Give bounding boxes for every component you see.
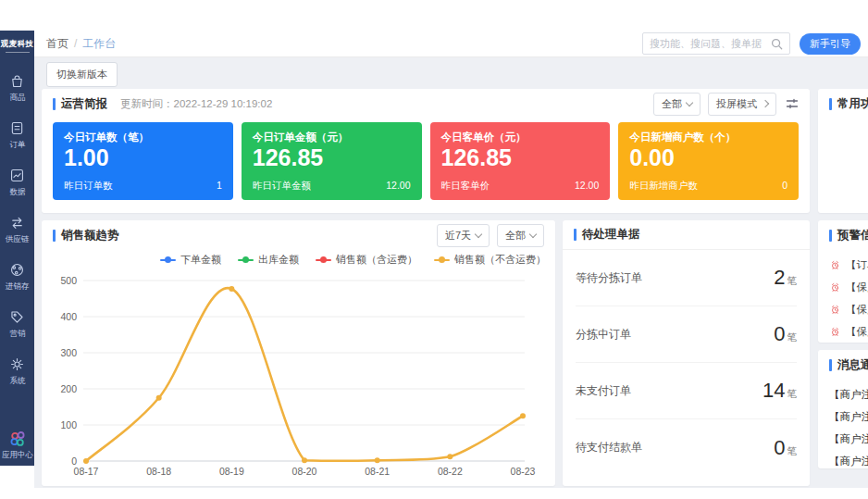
legend-item-sales-excl-shipping[interactable]: 销售额（不含运费） xyxy=(434,253,546,267)
warning-item[interactable]: 【保质期 xyxy=(829,303,868,317)
pending-count: 0笔 xyxy=(774,322,797,346)
share-nodes-icon xyxy=(8,261,26,279)
legend-item-outbound-amount[interactable]: 出库金额 xyxy=(238,253,299,267)
legend-item-sales-incl-shipping[interactable]: 销售额（含运费） xyxy=(316,253,417,267)
pending-label: 待支付结款单 xyxy=(576,440,642,455)
brand-logo[interactable]: 观麦科技 xyxy=(0,31,34,60)
sales-trend-chart: 010020030040050008-1708-1808-1908-2008-2… xyxy=(42,268,555,483)
stat-subrow: 昨日客单价12.00 xyxy=(441,180,600,193)
notification-item[interactable]: 【商户注册】 xyxy=(829,388,868,402)
search-icon[interactable] xyxy=(771,38,783,50)
stat-card-today-order-amount[interactable]: 今日订单金额（元） 126.85 昨日订单金额12.00 xyxy=(242,122,422,200)
breadcrumb: 首页 / 工作台 xyxy=(46,36,116,52)
legend-item-order-amount[interactable]: 下单金额 xyxy=(160,253,221,267)
common-functions-panel: 常用功能 xyxy=(818,89,868,213)
settings-sliders-icon[interactable] xyxy=(786,97,799,110)
title-accent-bar xyxy=(829,359,832,371)
brand-logo-underline xyxy=(6,52,30,53)
pending-row-unpaid-settlements[interactable]: 待支付结款单 0笔 xyxy=(576,419,797,476)
cast-mode-button[interactable]: 投屏模式 xyxy=(708,93,776,116)
svg-text:08-22: 08-22 xyxy=(438,466,463,477)
warning-item[interactable]: 【保质期 xyxy=(829,325,868,339)
sidebar-item-app-center[interactable]: 应用中心 xyxy=(0,430,34,461)
title-accent-bar xyxy=(829,230,832,242)
svg-text:08-21: 08-21 xyxy=(365,466,390,477)
stat-value: 1.00 xyxy=(64,144,222,171)
title-accent-bar xyxy=(53,98,56,110)
warnings-panel: 预警信息 【订单】 【保质期 【保质期 【保质期 xyxy=(818,220,868,343)
chart-range-dropdown[interactable]: 近7天 xyxy=(437,224,490,247)
order-document-icon xyxy=(8,119,26,137)
chevron-down-icon xyxy=(475,231,482,238)
chart-filter-dropdown[interactable]: 全部 xyxy=(497,224,544,247)
svg-text:08-18: 08-18 xyxy=(146,466,171,477)
svg-text:500: 500 xyxy=(60,275,77,286)
svg-text:08-19: 08-19 xyxy=(219,466,244,477)
pending-title: 待处理单据 xyxy=(582,227,640,243)
sidebar-item-system[interactable]: 系统 xyxy=(8,356,26,387)
pending-label: 分拣中订单 xyxy=(576,327,631,343)
stat-label: 今日新增商户数（个） xyxy=(629,131,787,144)
sidebar: 观麦科技 商品 订单 数据 供应链 xyxy=(0,31,34,466)
notifications-panel: 消息通知 【商户注册】 【商户注册】 【商户注册】 【商户注册】 xyxy=(818,350,868,468)
exchange-arrows-icon xyxy=(8,214,26,231)
stat-card-today-orders[interactable]: 今日订单数（笔） 1.00 昨日订单数1 xyxy=(53,122,233,200)
switch-version-button[interactable]: 切换新版本 xyxy=(46,62,118,87)
stat-label: 今日订单数（笔） xyxy=(64,131,222,144)
breadcrumb-home[interactable]: 首页 xyxy=(46,36,68,52)
title-accent-bar xyxy=(574,229,577,241)
stat-label: 今日客单价（元） xyxy=(441,131,600,144)
briefing-header: 运营简报 更新时间：2022-12-29 10:19:02 全部 投屏模式 xyxy=(42,89,810,119)
sidebar-item-label: 商品 xyxy=(9,92,25,103)
chevron-down-icon xyxy=(529,231,537,238)
pending-label: 等待分拣订单 xyxy=(576,270,642,286)
sidebar-item-orders[interactable]: 订单 xyxy=(8,119,26,151)
stat-value: 126.85 xyxy=(253,144,411,171)
notifications-title: 消息通知 xyxy=(837,357,868,373)
sidebar-item-marketing[interactable]: 营销 xyxy=(8,308,26,340)
beginner-guide-button[interactable]: 新手引导 xyxy=(800,33,861,55)
warning-item[interactable]: 【保质期 xyxy=(829,281,868,294)
pending-label: 未支付订单 xyxy=(576,383,631,399)
briefing-title: 运营简报 xyxy=(61,96,107,112)
update-time: 更新时间：2022-12-29 10:19:02 xyxy=(120,97,272,111)
pending-count: 14笔 xyxy=(763,379,797,403)
app-center-icon xyxy=(9,430,26,447)
svg-text:100: 100 xyxy=(60,419,77,430)
svg-text:0: 0 xyxy=(71,455,77,467)
sidebar-item-data[interactable]: 数据 xyxy=(8,167,26,198)
stat-value: 126.85 xyxy=(441,144,600,171)
pending-row-waiting-sort[interactable]: 等待分拣订单 2笔 xyxy=(576,250,797,306)
stat-subrow: 昨日订单数1 xyxy=(64,180,222,193)
svg-text:300: 300 xyxy=(60,347,77,358)
sidebar-item-label: 供应链 xyxy=(6,233,30,244)
sidebar-item-goods[interactable]: 商品 xyxy=(8,72,26,104)
sidebar-item-label: 数据 xyxy=(9,186,25,197)
briefing-header-actions: 全部 投屏模式 xyxy=(646,93,799,116)
pending-count: 2笔 xyxy=(774,266,797,290)
warnings-title: 预警信息 xyxy=(837,228,868,243)
stat-subrow: 昨日新增商户数0 xyxy=(629,180,787,193)
notification-item[interactable]: 【商户注册】 xyxy=(829,455,868,468)
stat-card-today-new-merchants[interactable]: 今日新增商户数（个） 0.00 昨日新增商户数0 xyxy=(618,122,799,200)
notification-item[interactable]: 【商户注册】 xyxy=(829,410,868,424)
sidebar-item-inventory[interactable]: 进销存 xyxy=(5,261,30,293)
notification-item[interactable]: 【商户注册】 xyxy=(829,432,868,446)
pending-row-unpaid-orders[interactable]: 未支付订单 14笔 xyxy=(576,363,797,419)
chart-header: 销售额趋势 近7天 全部 xyxy=(42,220,555,250)
gear-icon xyxy=(8,356,26,373)
pending-header: 待处理单据 xyxy=(563,220,810,250)
warning-item[interactable]: 【订单】 xyxy=(829,258,868,272)
price-tag-icon xyxy=(8,308,26,326)
svg-text:08-20: 08-20 xyxy=(292,466,317,477)
sidebar-item-supply-chain[interactable]: 供应链 xyxy=(5,214,30,245)
global-search[interactable] xyxy=(642,32,790,55)
alarm-icon xyxy=(829,259,841,271)
stat-card-today-avg-price[interactable]: 今日客单价（元） 126.85 昨日客单价12.00 xyxy=(430,122,611,200)
briefing-filter-all-dropdown[interactable]: 全部 xyxy=(653,93,701,116)
pending-row-sorting[interactable]: 分拣中订单 0笔 xyxy=(576,306,797,363)
common-functions-title: 常用功能 xyxy=(837,96,868,112)
chart-legend: 下单金额 出库金额 销售额（含运费） 销售额（不含运费） xyxy=(42,253,555,267)
breadcrumb-separator: / xyxy=(74,37,77,50)
search-input[interactable] xyxy=(650,38,771,49)
